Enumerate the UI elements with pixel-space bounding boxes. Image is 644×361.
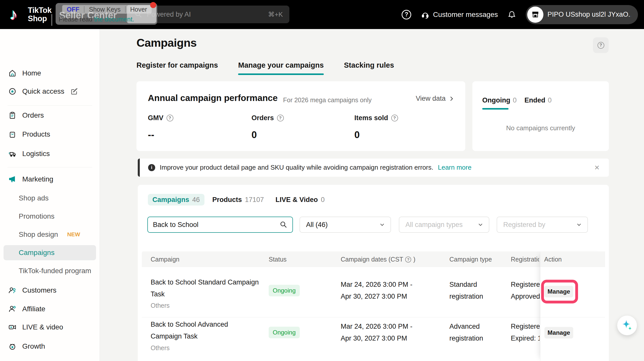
sidebar-item-home[interactable]: Home <box>0 66 100 80</box>
metric-orders: Orders? 0 <box>251 114 284 140</box>
sidebar-item-tiktok-funded-program[interactable]: TikTok-funded program <box>0 264 100 278</box>
sidebar-item-apps-partners[interactable]: Apps & partners <box>0 358 100 361</box>
row1-campaign-sub: Others <box>151 302 170 309</box>
overlay-show-keys-button[interactable]: Show Keys <box>84 5 125 14</box>
chevron-down-icon <box>379 221 385 228</box>
items-sold-value: 0 <box>354 130 398 140</box>
col-campaign-type: Campaign type <box>449 256 492 263</box>
tab-stacking-rules[interactable]: Stacking rules <box>344 61 394 75</box>
sidebar-divider <box>8 167 92 167</box>
tab-ended[interactable]: Ended0 <box>524 96 552 104</box>
sidebar-item-promotions[interactable]: Promotions <box>0 209 100 223</box>
page-help-button[interactable]: ? <box>593 37 609 53</box>
search-icon[interactable] <box>279 220 288 229</box>
customers-icon <box>8 286 17 295</box>
sidebar-item-orders[interactable]: Orders <box>0 108 100 122</box>
logo-text: TikTok Shop <box>28 6 52 23</box>
row1-type: Standard registration <box>449 279 502 302</box>
sidebar-item-marketing[interactable]: Marketing <box>0 172 100 186</box>
row2-manage-button[interactable]: Manage <box>544 327 573 339</box>
customer-messages-button[interactable]: Customer messages <box>421 10 498 19</box>
info-icon: i <box>148 164 155 171</box>
tiktok-shop-logo[interactable]: ♪♪♪ TikTok Shop <box>10 5 52 24</box>
gmv-value: -- <box>148 130 173 140</box>
status-filter-select[interactable]: All (46) <box>300 217 391 233</box>
items-sold-help-icon[interactable]: ? <box>391 115 398 121</box>
dates-help-icon[interactable]: ? <box>405 256 411 263</box>
edit-icon[interactable] <box>70 87 79 96</box>
metric-gmv: GMV? -- <box>148 114 173 140</box>
search-shortcut: ⌘+K <box>268 11 283 18</box>
help-icon: ? <box>402 10 411 19</box>
row1-manage-button[interactable]: Manage <box>544 286 573 297</box>
row2-campaign-sub: Others <box>151 344 170 352</box>
ai-assistant-button[interactable] <box>617 316 637 335</box>
list-tab-products[interactable]: Products17107 <box>208 194 268 205</box>
sidebar-item-customers[interactable]: Customers <box>0 283 100 297</box>
tab-manage-your-campaigns[interactable]: Manage your campaigns <box>238 61 324 75</box>
overlay-document-link[interactable]: the document. <box>94 16 134 23</box>
question-icon: ? <box>597 42 604 49</box>
sidebar-divider <box>8 105 92 106</box>
new-badge: NEW <box>67 231 80 238</box>
logo-line1: TikTok <box>28 6 52 14</box>
gmv-help-icon[interactable]: ? <box>167 115 173 121</box>
sidebar-item-affiliate[interactable]: Affiliate <box>0 302 100 316</box>
sidebar-item-products[interactable]: Products <box>0 127 100 141</box>
orders-icon <box>8 111 17 120</box>
storefront-icon <box>531 10 540 19</box>
tiktok-note-icon: ♪♪♪ <box>10 5 24 24</box>
campaign-type-select[interactable]: All campaign types <box>399 217 489 233</box>
sidebar-item-live-video[interactable]: LIVE & video <box>0 320 100 334</box>
action-column: Action Manage Manage <box>540 251 605 361</box>
sidebar-item-shop-ads[interactable]: Shop ads <box>0 191 100 205</box>
tab-register-for-campaigns[interactable]: Register for campaigns <box>136 61 218 75</box>
col-action: Action <box>544 256 562 263</box>
help-button[interactable]: ? <box>402 10 411 19</box>
row-divider <box>540 317 605 317</box>
sidebar-item-logistics[interactable]: Logistics <box>0 147 100 161</box>
orders-help-icon[interactable]: ? <box>277 115 284 121</box>
banner-text: Improve your product detail page and SKU… <box>160 164 433 171</box>
performance-title: Annual campaign performance <box>148 93 278 103</box>
row2-status-badge: Ongoing <box>269 327 300 338</box>
quick-access-icon <box>8 87 17 96</box>
tab-ongoing[interactable]: Ongoing0 <box>482 96 517 104</box>
empty-state-text: No campaigns currently <box>472 124 609 132</box>
row1-dates: Mar 24, 2026 3:00 PM - Apr 30, 2027 3:00… <box>341 279 412 302</box>
overlay-notice: Please read the document. <box>59 16 134 23</box>
sidebar-item-campaigns[interactable]: Campaigns <box>0 246 100 260</box>
search-placeholder: Powered by AI <box>147 11 264 18</box>
view-data-link[interactable]: View data <box>416 95 455 102</box>
products-icon <box>8 130 17 139</box>
col-campaign-dates: Campaign dates (CST ? ) <box>341 256 416 263</box>
list-tab-live-video[interactable]: LIVE & Video0 <box>271 194 329 205</box>
col-registration: Registration <box>511 256 539 263</box>
banner-accent-bar <box>138 159 140 177</box>
row1-campaign-name[interactable]: Back to School Standard Campaign Task <box>151 276 259 300</box>
learn-more-link[interactable]: Learn more <box>438 164 471 171</box>
growth-icon <box>8 342 17 351</box>
banner-close-button[interactable]: ✕ <box>592 163 602 173</box>
overlay-notice-text: Please read <box>59 16 94 23</box>
home-icon <box>8 69 17 78</box>
list-tab-campaigns[interactable]: Campaigns46 <box>148 194 204 205</box>
campaign-search-input[interactable] <box>148 221 279 229</box>
overlay-segmented-control: OFF Show Keys Hover <box>62 5 152 14</box>
sidebar-item-quick-access[interactable]: Quick access <box>0 84 100 98</box>
overlay-off-button[interactable]: OFF <box>62 5 84 14</box>
account-name: PIPO USshop usl2l JYxaO... <box>547 11 631 18</box>
orders-value: 0 <box>251 130 284 140</box>
registered-by-select[interactable]: Registered by <box>497 217 588 233</box>
sidebar-item-shop-design[interactable]: Shop design NEW <box>0 227 100 242</box>
account-menu[interactable]: PIPO USshop usl2l JYxaO... <box>526 5 638 24</box>
chevron-right-icon <box>448 95 455 102</box>
row2-campaign-name[interactable]: Back to School Advanced Campaign Task <box>151 319 259 342</box>
sidebar-item-growth[interactable]: Growth <box>0 339 100 353</box>
shop-avatar <box>527 7 543 23</box>
campaign-search-box <box>147 217 293 233</box>
metric-items-sold: Items sold? 0 <box>354 114 398 140</box>
page-tabs: Register for campaigns Manage your campa… <box>136 61 394 75</box>
notifications-button[interactable] <box>508 10 516 19</box>
overlay-hover-button[interactable]: Hover <box>126 5 152 14</box>
